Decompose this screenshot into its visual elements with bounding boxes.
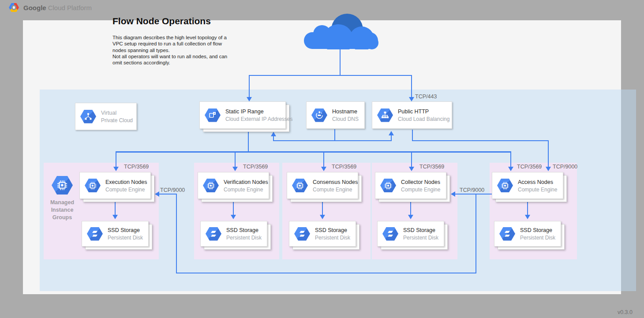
port-label-tcp3569: TCP/3569 (517, 164, 542, 170)
arrow-down-icon (320, 215, 325, 219)
brand-google: Google (23, 4, 46, 11)
connector-line (248, 131, 249, 152)
connector-line (233, 200, 234, 215)
service-product: Private Cloud (101, 117, 133, 123)
service-product: Cloud DNS (332, 116, 359, 122)
storage-name: SSD Storage (403, 227, 435, 233)
storage-name: SSD Storage (520, 227, 552, 233)
storage-product: Persistent Disk (108, 235, 143, 241)
arrow-down-icon (546, 167, 551, 171)
storage-product: Persistent Disk (226, 235, 262, 241)
port-label-tcp9000: TCP/9000 (553, 164, 577, 170)
arrow-left-icon (451, 191, 455, 197)
storage-product: Persistent Disk (403, 235, 438, 241)
connector-line (235, 152, 236, 167)
arrow-down-icon (321, 167, 326, 171)
service-name: Virtual (101, 110, 116, 116)
connector-line (476, 194, 476, 273)
brand-text: GoogleCloud Platform (23, 4, 92, 11)
arrow-down-icon (247, 97, 252, 101)
connector-line (115, 200, 116, 215)
node-name: Consensus Nodes (313, 179, 358, 185)
compute-engine-icon (292, 179, 308, 192)
service-card-public-http[interactable]: Public HTTP Cloud Load Balancing (372, 101, 452, 129)
persistent-disk-icon (499, 227, 515, 241)
arrow-down-icon (113, 167, 119, 171)
node-card-verification[interactable]: Verification Nodes Compute Engine (198, 172, 269, 199)
arrow-down-icon (408, 215, 413, 219)
compute-engine-icon (497, 179, 513, 192)
connector-line (176, 273, 476, 273)
connector-line (340, 49, 341, 76)
connector-line (455, 194, 492, 195)
page-description: This diagram describes the high level to… (112, 34, 245, 66)
connector-bus (116, 151, 511, 153)
storage-product: Persistent Disk (315, 235, 350, 241)
connector-line (412, 140, 549, 141)
cloud-internet-icon (301, 7, 381, 49)
compute-engine-icon (85, 179, 101, 192)
node-name: Access Nodes (518, 179, 553, 185)
connector-line (411, 75, 412, 97)
node-product: Compute Engine (224, 187, 263, 193)
connector-line (548, 140, 549, 167)
vpc-icon (80, 110, 96, 123)
connector-line (412, 130, 413, 141)
storage-name: SSD Storage (315, 227, 347, 233)
storage-name: SSD Storage (226, 227, 258, 233)
port-label-tcp3569: TCP/3569 (419, 164, 444, 170)
storage-card-execution[interactable]: SSD Storage Persistent Disk (82, 221, 149, 247)
arrow-down-icon (231, 215, 236, 219)
node-card-execution[interactable]: Execution Nodes Compute Engine (79, 172, 151, 199)
port-label-tcp3569: TCP/3569 (124, 164, 149, 170)
service-product: Cloud External IP Addresses (225, 116, 293, 122)
storage-card-consensus[interactable]: SSD Storage Persistent Disk (289, 221, 356, 247)
connector-line (176, 194, 177, 273)
arrow-down-icon (525, 215, 530, 219)
compute-engine-icon (203, 179, 219, 192)
storage-name: SSD Storage (108, 227, 140, 233)
storage-card-collector[interactable]: SSD Storage Persistent Disk (377, 221, 444, 247)
connector-line (510, 151, 511, 167)
node-card-access[interactable]: Access Nodes Compute Engine (492, 172, 563, 199)
connector-line (411, 152, 412, 167)
node-card-collector[interactable]: Collector Nodes Compute Engine (375, 172, 446, 199)
brand-cloud-platform: Cloud Platform (48, 4, 92, 11)
node-product: Compute Engine (401, 187, 440, 193)
connector-line (273, 140, 391, 141)
managed-instance-groups-label: Managed Instance Groups (44, 199, 81, 221)
cloud-dns-icon (311, 108, 327, 122)
connector-line (410, 200, 411, 215)
service-card-static-ip[interactable]: Static IP Range Cloud External IP Addres… (199, 101, 286, 129)
node-product: Compute Engine (518, 187, 557, 193)
arrow-left-icon (155, 191, 159, 197)
connector-line (322, 200, 323, 215)
node-product: Compute Engine (105, 187, 145, 193)
page-title: Flow Node Operations (112, 16, 211, 26)
arrow-down-icon (409, 167, 414, 171)
service-name: Hostname (332, 108, 357, 115)
node-card-consensus[interactable]: Consensus Nodes Compute Engine (287, 172, 358, 199)
version-label: v0.3.0 (610, 309, 633, 315)
arrow-down-icon (232, 167, 238, 171)
connector-line (159, 194, 177, 195)
port-label-tcp443: TCP/443 (415, 94, 437, 100)
storage-card-verification[interactable]: SSD Storage Persistent Disk (200, 221, 267, 247)
storage-card-access[interactable]: SSD Storage Persistent Disk (494, 221, 561, 247)
node-name: Execution Nodes (105, 179, 147, 185)
external-ip-icon (205, 108, 221, 122)
arrow-down-icon (508, 167, 513, 171)
service-card-vpc[interactable]: Virtual Private Cloud (75, 103, 137, 130)
connector-line (116, 152, 116, 167)
storage-product: Persistent Disk (520, 235, 555, 241)
compute-engine-icon (380, 179, 396, 192)
load-balancing-icon (377, 108, 393, 122)
port-label-tcp3569: TCP/3569 (243, 164, 268, 170)
service-card-hostname[interactable]: Hostname Cloud DNS (306, 101, 365, 129)
port-label-tcp3569: TCP/3569 (332, 164, 356, 170)
persistent-disk-icon (206, 227, 221, 241)
connector-line (249, 75, 412, 76)
persistent-disk-icon (87, 227, 103, 241)
port-label-tcp9000: TCP/9000 (160, 187, 185, 193)
canvas: GoogleCloud Platform Flow Node Operation… (0, 0, 644, 318)
